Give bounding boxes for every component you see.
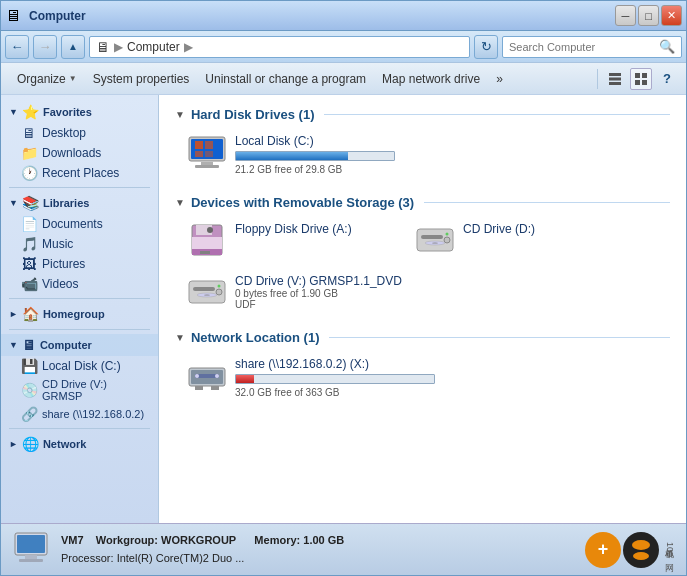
cd-drive-d-name: CD Drive (D:) bbox=[463, 222, 627, 236]
toolbar: Organize ▼ System properties Uninstall o… bbox=[1, 63, 686, 95]
titlebar: 🖥 Computer ─ □ ✕ bbox=[1, 1, 686, 31]
removable-drives: Floppy Disk Drive (A:) bbox=[183, 218, 670, 314]
minimize-button[interactable]: ─ bbox=[615, 5, 636, 26]
svg-rect-4 bbox=[642, 73, 647, 78]
sidebar-divider-1 bbox=[9, 187, 150, 188]
hard-disk-collapse-arrow[interactable]: ▼ bbox=[175, 109, 185, 120]
refresh-button[interactable]: ↻ bbox=[474, 35, 498, 59]
local-disk-icon: 💾 bbox=[21, 358, 37, 374]
sidebar-item-documents[interactable]: 📄 Documents bbox=[1, 214, 158, 234]
close-button[interactable]: ✕ bbox=[661, 5, 682, 26]
content-area: ▼ Hard Disk Drives (1) bbox=[159, 95, 686, 523]
network-location-header: ▼ Network Location (1) bbox=[175, 330, 670, 345]
videos-icon: 📹 bbox=[21, 276, 37, 292]
up-button[interactable]: ▲ bbox=[61, 35, 85, 59]
svg-rect-5 bbox=[635, 80, 640, 85]
statusbar-workgroup: Workgroup: WORKGROUP bbox=[96, 534, 236, 546]
removable-header: ▼ Devices with Removable Storage (3) bbox=[175, 195, 670, 210]
network-share-item[interactable]: share (\\192.168.0.2) (X:) 32.0 GB free … bbox=[183, 353, 463, 402]
cd-drive-v-info: CD Drive (V:) GRMSP1.1_DVD 0 bytes free … bbox=[235, 274, 666, 310]
libraries-icon: 📚 bbox=[22, 195, 39, 211]
removable-divider bbox=[424, 202, 670, 203]
sidebar-item-music[interactable]: 🎵 Music bbox=[1, 234, 158, 254]
computer-section: ▼ 🖥 Computer 💾 Local Disk (C:) 💿 CD Driv… bbox=[1, 334, 158, 424]
system-properties-button[interactable]: System properties bbox=[85, 65, 198, 93]
sidebar-item-downloads[interactable]: 📁 Downloads bbox=[1, 143, 158, 163]
network-share-progress-container bbox=[235, 374, 435, 384]
documents-icon: 📄 bbox=[21, 216, 37, 232]
sidebar-item-network-share[interactable]: 🔗 share (\\192.168.0.2) bbox=[1, 404, 158, 424]
uninstall-label: Uninstall or change a program bbox=[205, 72, 366, 86]
network-header[interactable]: ► 🌐 Network bbox=[1, 433, 158, 455]
view-icons-button[interactable] bbox=[630, 68, 652, 90]
local-disk-progress-bar bbox=[236, 152, 348, 160]
libraries-header[interactable]: ▼ 📚 Libraries bbox=[1, 192, 158, 214]
statusbar-computer-icon bbox=[11, 530, 51, 570]
main-area: ▼ ⭐ Favorites 🖥 Desktop 📁 Downloads 🕐 Re… bbox=[1, 95, 686, 523]
cd-drive-d-icon bbox=[415, 222, 455, 258]
homegroup-section: ► 🏠 Homegroup bbox=[1, 303, 158, 325]
cd-drive-icon: 💿 bbox=[21, 382, 37, 398]
logo-area: + 单机100网 bbox=[585, 532, 676, 568]
sidebar-item-videos[interactable]: 📹 Videos bbox=[1, 274, 158, 294]
svg-point-32 bbox=[204, 294, 210, 295]
svg-rect-2 bbox=[609, 82, 621, 85]
sidebar-item-pictures[interactable]: 🖼 Pictures bbox=[1, 254, 158, 274]
back-button[interactable]: ← bbox=[5, 35, 29, 59]
svg-point-23 bbox=[444, 237, 450, 243]
path-computer: Computer bbox=[127, 40, 180, 54]
sidebar-item-local-disk[interactable]: 💾 Local Disk (C:) bbox=[1, 356, 158, 376]
sidebar-item-recent-places[interactable]: 🕐 Recent Places bbox=[1, 163, 158, 183]
cd-drive-v-item[interactable]: CD Drive (V:) GRMSP1.1_DVD 0 bytes free … bbox=[183, 270, 670, 314]
network-share-info: share (\\192.168.0.2) (X:) 32.0 GB free … bbox=[235, 357, 459, 398]
favorites-header[interactable]: ▼ ⭐ Favorites bbox=[1, 101, 158, 123]
statusbar: VM7 Workgroup: WORKGROUP Memory: 1.00 GB… bbox=[1, 523, 686, 575]
svg-rect-11 bbox=[195, 151, 203, 157]
network-share-progress-bar bbox=[236, 375, 254, 383]
svg-point-36 bbox=[195, 374, 199, 378]
computer-icon: 🖥 bbox=[22, 337, 36, 353]
pictures-icon: 🖼 bbox=[21, 256, 37, 272]
network-location-title: Network Location (1) bbox=[191, 330, 320, 345]
network-share-name: share (\\192.168.0.2) (X:) bbox=[235, 357, 459, 371]
titlebar-controls: ─ □ ✕ bbox=[615, 5, 682, 26]
removable-collapse-arrow[interactable]: ▼ bbox=[175, 197, 185, 208]
search-input[interactable] bbox=[509, 41, 655, 53]
search-box[interactable]: 🔍 bbox=[502, 36, 682, 58]
map-network-button[interactable]: Map network drive bbox=[374, 65, 488, 93]
sidebar-divider-4 bbox=[9, 428, 150, 429]
network-label: Network bbox=[43, 438, 86, 450]
computer-header[interactable]: ▼ 🖥 Computer bbox=[1, 334, 158, 356]
sidebar-item-network-share-label: share (\\192.168.0.2) bbox=[42, 408, 144, 420]
local-disk-drive-icon bbox=[187, 134, 227, 170]
svg-point-26 bbox=[432, 242, 438, 243]
hard-disk-drives: Local Disk (C:) 21.2 GB free of 29.8 GB bbox=[183, 130, 670, 179]
logo-eye-top bbox=[632, 540, 650, 550]
organize-button[interactable]: Organize ▼ bbox=[9, 65, 85, 93]
statusbar-computer-name: VM7 bbox=[61, 534, 84, 546]
maximize-button[interactable]: □ bbox=[638, 5, 659, 26]
network-location-collapse-arrow[interactable]: ▼ bbox=[175, 332, 185, 343]
help-button[interactable]: ? bbox=[656, 68, 678, 90]
cd-drive-d-item[interactable]: CD Drive (D:) bbox=[411, 218, 631, 262]
sidebar-item-desktop-label: Desktop bbox=[42, 126, 86, 140]
homegroup-header[interactable]: ► 🏠 Homegroup bbox=[1, 303, 158, 325]
sidebar-item-cd-drive[interactable]: 💿 CD Drive (V:) GRMSP bbox=[1, 376, 158, 404]
sidebar-item-desktop[interactable]: 🖥 Desktop bbox=[1, 123, 158, 143]
path-separator2: ▶ bbox=[184, 40, 193, 54]
view-details-button[interactable] bbox=[604, 68, 626, 90]
svg-rect-6 bbox=[642, 80, 647, 85]
sidebar: ▼ ⭐ Favorites 🖥 Desktop 📁 Downloads 🕐 Re… bbox=[1, 95, 159, 523]
floppy-item[interactable]: Floppy Disk Drive (A:) bbox=[183, 218, 403, 262]
svg-rect-22 bbox=[421, 235, 443, 239]
logo-eye-bottom bbox=[633, 552, 649, 560]
path-icon: 🖥 bbox=[96, 39, 110, 55]
uninstall-button[interactable]: Uninstall or change a program bbox=[197, 65, 374, 93]
forward-button[interactable]: → bbox=[33, 35, 57, 59]
more-button[interactable]: » bbox=[488, 65, 511, 93]
address-path[interactable]: 🖥 ▶ Computer ▶ bbox=[89, 36, 470, 58]
svg-rect-14 bbox=[195, 165, 219, 168]
svg-rect-1 bbox=[609, 77, 621, 80]
local-disk-item[interactable]: Local Disk (C:) 21.2 GB free of 29.8 GB bbox=[183, 130, 403, 179]
system-properties-label: System properties bbox=[93, 72, 190, 86]
